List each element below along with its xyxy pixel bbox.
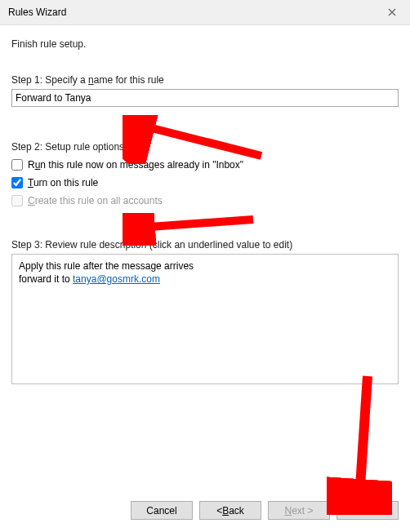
- svg-line-4: [359, 376, 368, 499]
- desc-line-2: forward it to tanya@gosmrk.com: [19, 273, 391, 286]
- back-button[interactable]: < Back: [199, 501, 261, 520]
- wizard-buttons: Cancel < Back Next > Finish: [131, 501, 399, 520]
- all-accounts-label: Create this rule on all accounts: [28, 195, 163, 206]
- wizard-subtitle: Finish rule setup.: [11, 38, 399, 50]
- run-now-label: Run this rule now on messages already in…: [28, 159, 243, 171]
- close-button[interactable]: [379, 2, 405, 22]
- cancel-button[interactable]: Cancel: [131, 501, 193, 520]
- run-now-checkbox-row[interactable]: Run this rule now on messages already in…: [11, 159, 399, 171]
- window-title: Rules Wizard: [8, 7, 66, 18]
- all-accounts-checkbox: [11, 195, 23, 206]
- desc-line-1: Apply this rule after the message arrive…: [19, 259, 391, 273]
- turn-on-checkbox-row[interactable]: Turn on this rule: [11, 177, 399, 188]
- close-icon: [388, 8, 396, 16]
- step3-label: Step 3: Review rule description (click a…: [11, 239, 399, 250]
- titlebar: Rules Wizard: [0, 0, 410, 25]
- svg-line-3: [139, 219, 253, 228]
- annotation-arrow-3: [327, 368, 392, 515]
- step2-options: Run this rule now on messages already in…: [11, 159, 399, 206]
- rule-description-box[interactable]: Apply this rule after the message arrive…: [11, 254, 399, 384]
- run-now-checkbox[interactable]: [11, 159, 23, 171]
- next-button: Next >: [268, 501, 330, 520]
- client-area: Finish rule setup. Step 1: Specify a nam…: [0, 25, 410, 532]
- finish-button[interactable]: Finish: [336, 501, 399, 520]
- step1-label: Step 1: Specify a name for this rule: [11, 74, 399, 86]
- annotation-arrow-1: [123, 115, 270, 164]
- rule-name-input[interactable]: [11, 89, 399, 107]
- forward-address-link[interactable]: tanya@gosmrk.com: [73, 273, 160, 285]
- all-accounts-checkbox-row: Create this rule on all accounts: [11, 195, 399, 206]
- turn-on-checkbox[interactable]: [11, 177, 23, 188]
- step2-label: Step 2: Setup rule options: [11, 141, 399, 153]
- turn-on-label: Turn on this rule: [28, 177, 98, 188]
